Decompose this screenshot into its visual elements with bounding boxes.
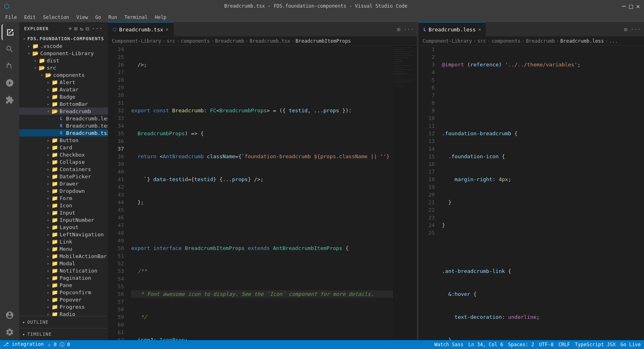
status-language[interactable]: TypeScript JSX	[575, 342, 615, 347]
outline-section[interactable]: ▸ OUTLINE	[19, 316, 108, 328]
more-actions-icon[interactable]: ···	[92, 25, 103, 32]
activity-settings[interactable]	[2, 324, 18, 340]
status-watch-sass[interactable]: Watch Sass	[434, 342, 463, 347]
sidebar-item-pane[interactable]: ▸ 📁 Pane	[19, 281, 108, 289]
status-spaces[interactable]: Spaces: 2	[508, 342, 534, 347]
sidebar-item-breadcrumb-less[interactable]: ▸ L Breadcrumb.less	[19, 115, 108, 122]
menu-go[interactable]: Go	[92, 14, 104, 21]
activity-extensions[interactable]	[2, 92, 18, 108]
right-breadcrumb-src[interactable]: src	[477, 38, 486, 44]
tab-close-button[interactable]: ✕	[166, 27, 169, 32]
activity-debug[interactable]	[2, 75, 18, 91]
menu-terminal[interactable]: Terminal	[121, 14, 151, 21]
sidebar-item-modal[interactable]: ▸ 📁 Modal	[19, 260, 108, 267]
sidebar-item-card[interactable]: ▸ 📁 Card	[19, 144, 108, 151]
sidebar-item-radio[interactable]: ▸ 📁 Radio	[19, 310, 108, 316]
sidebar-item-bottombar[interactable]: ▸ 📁 BottomBar	[19, 100, 108, 107]
activity-explorer[interactable]	[2, 24, 18, 40]
refresh-icon[interactable]: ↻	[80, 25, 84, 32]
sidebar-item-vscode[interactable]: ▸ 📁 .vscode	[19, 42, 108, 50]
tab-breadcrumb-less[interactable]: L Breadcrumb.less ✕	[419, 22, 486, 36]
status-cursor-position[interactable]: Ln 34, Col 6	[469, 342, 504, 347]
sidebar-item-inputnumber[interactable]: ▸ 📁 InputNumber	[19, 216, 108, 223]
sidebar-item-progress[interactable]: ▸ 📁 Progress	[19, 303, 108, 310]
minimize-button[interactable]: ─	[622, 2, 626, 10]
sidebar-item-icon[interactable]: ▸ 📁 Icon	[19, 202, 108, 209]
sidebar-item-dist[interactable]: ▸ 📁 dist	[19, 57, 108, 64]
sidebar-item-datepicker[interactable]: ▸ 📁 DatePicker	[19, 173, 108, 180]
collapse-all-icon[interactable]: ⊟	[86, 25, 89, 32]
chevron-down-icon: ▾	[21, 35, 27, 42]
timeline-section[interactable]: ▸ TIMELINE	[19, 328, 108, 340]
breadcrumb-item-props[interactable]: BreadcrumbItemProps	[295, 38, 351, 44]
sidebar-item-pagination[interactable]: ▸ 📁 Pagination	[19, 274, 108, 281]
menu-run[interactable]: Run	[105, 14, 120, 21]
breadcrumb-breadcrumb-folder[interactable]: Breadcrumb	[215, 38, 244, 44]
window-controls[interactable]: ─ □ ✕	[622, 2, 640, 10]
menu-selection[interactable]: Selection	[40, 14, 72, 21]
sidebar-item-breadcrumb-test[interactable]: ▸ R Breadcrumb.test.tsx	[19, 122, 108, 129]
sidebar-item-notification[interactable]: ▸ 📁 Notification	[19, 267, 108, 274]
close-button[interactable]: ✕	[636, 2, 640, 10]
menu-edit[interactable]: Edit	[21, 14, 39, 21]
sidebar-item-mobileactionbar[interactable]: ▸ 📁 MobileActionBar	[19, 252, 108, 260]
activity-search[interactable]	[2, 41, 18, 57]
sidebar-item-form[interactable]: ▸ 📁 Form	[19, 194, 108, 202]
status-encoding[interactable]: UTF-8	[539, 342, 553, 347]
breadcrumb-component-library[interactable]: Component-Library	[112, 38, 161, 44]
split-editor-right-icon[interactable]: ⊞	[624, 26, 627, 33]
sidebar-item-containers[interactable]: ▸ 📁 Containers	[19, 165, 108, 173]
tab-breadcrumb-tsx[interactable]: ⬡ Breadcrumb.tsx ✕	[108, 22, 174, 36]
status-errors[interactable]: ⚠ 0 ⓘ 0	[48, 341, 70, 348]
tab-less-close-button[interactable]: ✕	[478, 27, 481, 32]
sidebar-item-button[interactable]: ▸ 📁 Button	[19, 136, 108, 144]
breadcrumb-breadcrumb-tsx[interactable]: Breadcrumb.tsx	[250, 38, 290, 44]
sidebar-item-leftnavigation[interactable]: ▸ 📁 LeftNavigation	[19, 231, 108, 238]
new-folder-icon[interactable]: ⊞	[74, 25, 78, 32]
right-breadcrumb-less-file[interactable]: Breadcrumb.less	[560, 38, 604, 44]
activity-account[interactable]	[2, 307, 18, 323]
sidebar-item-components[interactable]: ▾ 📂 components	[19, 71, 108, 78]
activity-scm[interactable]	[2, 58, 18, 74]
right-breadcrumb-components[interactable]: components	[491, 38, 520, 44]
breadcrumb-components[interactable]: components	[181, 38, 210, 44]
status-branch[interactable]: ⎇ integration	[3, 341, 44, 348]
sidebar-item-breadcrumb-tsx[interactable]: ▸ R Breadcrumb.tsx	[19, 129, 108, 136]
sidebar-item-dropdown[interactable]: ▸ 📁 Dropdown	[19, 187, 108, 194]
menu-help[interactable]: Help	[152, 14, 170, 21]
right-breadcrumb-breadcrumb-folder[interactable]: Breadcrumb	[526, 38, 555, 44]
right-breadcrumb-component-library[interactable]: Component-Library	[423, 38, 472, 44]
more-actions-right-icon[interactable]: ···	[631, 26, 641, 33]
sidebar-item-layout[interactable]: ▸ 📁 Layout	[19, 223, 108, 231]
sidebar-item-checkbox[interactable]: ▸ 📁 Checkbox	[19, 151, 108, 158]
right-code-editor[interactable]: 1 2 3 4 5 6 7 8 9 10 11 12 13	[419, 45, 644, 340]
chevron-right-icon: ▸	[45, 93, 52, 100]
sidebar-item-input[interactable]: ▸ 📁 Input	[19, 209, 108, 216]
sidebar-item-drawer[interactable]: ▸ 📁 Drawer	[19, 180, 108, 187]
sidebar-item-popover[interactable]: ▸ 📁 Popover	[19, 296, 108, 303]
sidebar-item-component-library[interactable]: ▾ 📂 Component-Library	[19, 50, 108, 57]
sidebar-item-avatar[interactable]: ▸ 📁 Avatar	[19, 86, 108, 93]
sidebar-item-badge[interactable]: ▸ 📁 Badge	[19, 93, 108, 100]
sidebar-item-breadcrumb[interactable]: ▾ 📂 Breadcrumb	[19, 107, 108, 115]
left-code-editor[interactable]: 24 25 26 27 28 29 30 31 32 33 34 35	[108, 45, 417, 340]
menu-view[interactable]: View	[73, 14, 91, 21]
sidebar-item-link[interactable]: ▸ 📁 Link	[19, 238, 108, 245]
maximize-button[interactable]: □	[629, 2, 633, 10]
more-actions-icon[interactable]: ···	[404, 26, 414, 33]
tab-actions: ⊞ ···	[394, 22, 417, 36]
split-editor-icon[interactable]: ⊞	[397, 26, 400, 33]
sidebar-item-collapse[interactable]: ▸ 📁 Collapse	[19, 158, 108, 165]
breadcrumb-src[interactable]: src	[167, 38, 175, 44]
sidebar-item-popconfirm[interactable]: ▸ 📁 Popconfirm	[19, 289, 108, 296]
status-line-ending[interactable]: CRLF	[558, 342, 570, 347]
status-go-live[interactable]: Go Live	[620, 342, 641, 347]
menu-file[interactable]: File	[2, 14, 20, 21]
sidebar-item-menu[interactable]: ▸ 📁 Menu	[19, 245, 108, 252]
new-file-icon[interactable]: +	[68, 25, 72, 32]
sidebar-item-root[interactable]: ▾ FDS.FOUNDATION-COMPONENTS	[19, 35, 108, 42]
right-code-line-7: }	[442, 198, 644, 206]
sidebar-item-alert[interactable]: ▸ 📁 Alert	[19, 78, 108, 86]
sidebar-item-src[interactable]: ▾ 📂 src	[19, 64, 108, 71]
right-breadcrumb-ellipsis[interactable]: ...	[609, 38, 618, 44]
